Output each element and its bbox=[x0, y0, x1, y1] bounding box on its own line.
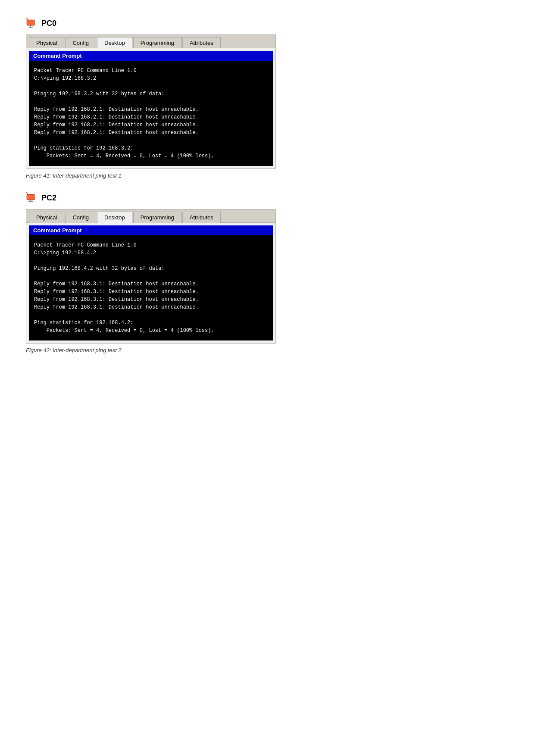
pc0-section: PC0 Physical Config Desktop Programming … bbox=[26, 17, 509, 179]
pc0-window: Physical Config Desktop Programming Attr… bbox=[26, 34, 276, 169]
pc2-tab-config[interactable]: Config bbox=[65, 212, 96, 223]
pc0-terminal[interactable]: Packet Tracer PC Command Line 1.0 C:\>pi… bbox=[29, 61, 273, 166]
svg-rect-9 bbox=[28, 201, 33, 202]
pc2-title: PC2 bbox=[41, 194, 56, 203]
pc2-window: Physical Config Desktop Programming Attr… bbox=[26, 209, 276, 344]
pc0-tab-physical[interactable]: Physical bbox=[29, 37, 64, 48]
pc2-tab-desktop[interactable]: Desktop bbox=[97, 212, 132, 223]
pc0-tab-config[interactable]: Config bbox=[65, 37, 96, 48]
pc0-title: PC0 bbox=[41, 19, 56, 28]
pc0-tab-attributes[interactable]: Attributes bbox=[182, 37, 221, 48]
pc2-header: PC2 bbox=[26, 192, 509, 204]
pc0-tab-desktop[interactable]: Desktop bbox=[97, 37, 132, 48]
pc2-icon bbox=[26, 192, 38, 204]
pc2-tab-attributes[interactable]: Attributes bbox=[182, 212, 221, 223]
pc2-caption: Figure 42: Inter-department ping test 2 bbox=[26, 347, 509, 353]
pc2-terminal[interactable]: Packet Tracer PC Command Line 1.0 C:\>pi… bbox=[29, 235, 273, 341]
svg-rect-1 bbox=[27, 20, 34, 25]
pc2-tab-programming[interactable]: Programming bbox=[133, 212, 181, 223]
svg-rect-7 bbox=[27, 195, 34, 200]
svg-point-11 bbox=[26, 192, 27, 193]
pc0-command-prompt-bar[interactable]: Command Prompt bbox=[29, 51, 273, 61]
pc2-tab-physical[interactable]: Physical bbox=[29, 212, 64, 223]
pc0-tabs-bar: Physical Config Desktop Programming Attr… bbox=[26, 35, 275, 48]
svg-rect-3 bbox=[28, 27, 33, 28]
svg-point-5 bbox=[26, 18, 27, 19]
pc0-icon bbox=[26, 17, 38, 29]
pc0-caption: Figure 41: Inter-department ping test 1 bbox=[26, 172, 509, 179]
pc2-section: PC2 Physical Config Desktop Programming … bbox=[26, 192, 509, 353]
pc0-tab-programming[interactable]: Programming bbox=[133, 37, 181, 48]
pc2-command-prompt-bar[interactable]: Command Prompt bbox=[29, 225, 273, 235]
pc0-header: PC0 bbox=[26, 17, 509, 29]
pc2-tabs-bar: Physical Config Desktop Programming Attr… bbox=[26, 209, 275, 223]
